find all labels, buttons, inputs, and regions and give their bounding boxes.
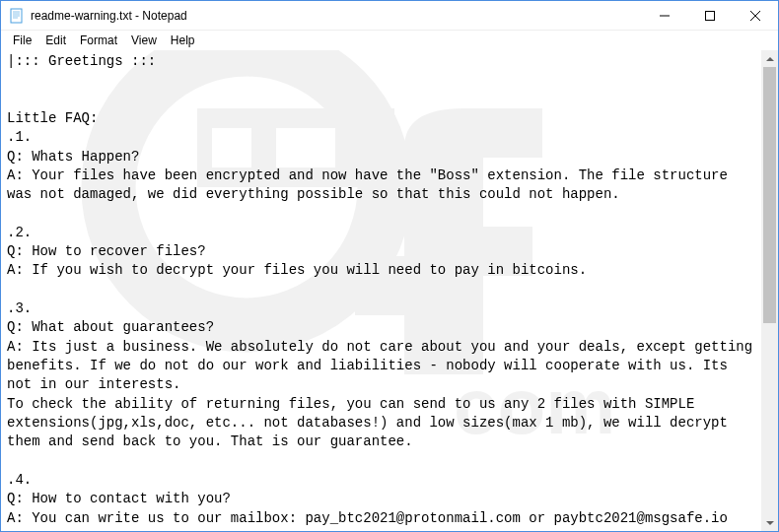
maximize-button[interactable] [687, 1, 733, 30]
minimize-button[interactable] [642, 1, 687, 30]
menu-help[interactable]: Help [165, 33, 201, 48]
svg-marker-9 [766, 57, 774, 61]
svg-rect-6 [706, 11, 715, 20]
menu-file[interactable]: File [7, 33, 37, 48]
window-title: readme-warning.txt - Notepad [31, 9, 642, 23]
vertical-scrollbar[interactable] [761, 50, 778, 531]
scroll-down-arrow[interactable] [761, 514, 778, 531]
window-controls [642, 1, 778, 30]
svg-marker-10 [766, 521, 774, 525]
menu-view[interactable]: View [125, 33, 163, 48]
content-wrap: |::: Greetings ::: Little FAQ: .1. Q: Wh… [1, 50, 778, 531]
menubar: File Edit Format View Help [1, 31, 778, 50]
close-button[interactable] [733, 1, 778, 30]
menu-edit[interactable]: Edit [39, 33, 72, 48]
notepad-icon [9, 8, 25, 24]
menu-format[interactable]: Format [74, 33, 123, 48]
titlebar: readme-warning.txt - Notepad [1, 1, 778, 31]
scroll-thumb[interactable] [763, 67, 776, 323]
scroll-up-arrow[interactable] [761, 50, 778, 67]
text-area[interactable]: |::: Greetings ::: Little FAQ: .1. Q: Wh… [1, 50, 761, 531]
notepad-window: readme-warning.txt - Notepad File Edit F… [0, 0, 779, 532]
